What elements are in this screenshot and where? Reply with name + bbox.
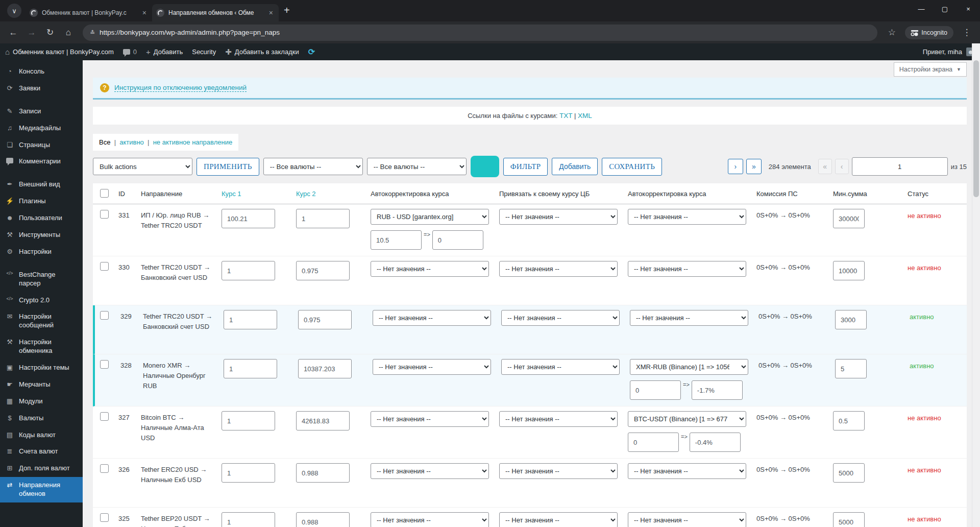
sidebar-item-settings[interactable]: ⚙ Настройки <box>0 244 83 260</box>
cb-rate-select[interactable]: -- Нет значения -- <box>499 463 618 479</box>
min-sum-input[interactable] <box>835 359 867 378</box>
adminbar-greeting[interactable]: Привет, miha <box>923 48 962 56</box>
autocorrect-from-input[interactable] <box>371 230 422 250</box>
sidebar-item-posts[interactable]: ✎ Записи <box>0 103 83 120</box>
rate1-input[interactable] <box>222 512 275 527</box>
new-tab-button[interactable]: + <box>284 5 290 16</box>
select-all-checkbox[interactable] <box>100 189 109 198</box>
page-scrollbar[interactable] <box>972 43 980 527</box>
adminbar-site-link[interactable]: ⌂ Обменник валют | BonkyPay.com <box>5 47 114 56</box>
rate2-input[interactable] <box>296 512 350 527</box>
autocorrect-2-select[interactable]: -- Нет значения -- <box>628 512 746 527</box>
col-rate1[interactable]: Курс 1 <box>222 190 296 198</box>
rate1-input[interactable] <box>222 261 275 280</box>
reload-icon[interactable]: ↻ <box>42 25 58 41</box>
col-rate2[interactable]: Курс 2 <box>296 190 371 198</box>
rate1-input[interactable] <box>222 411 275 430</box>
add-button[interactable]: Добавить <box>552 158 598 175</box>
last-page-button[interactable]: » <box>746 159 762 174</box>
sidebar-item-currency-codes[interactable]: ▤ Коды валют <box>0 427 83 444</box>
sidebar-item-appearance[interactable]: ✒ Внешний вид <box>0 176 83 193</box>
sidebar-item-crypto-20[interactable]: </> Crypto 2.0 <box>0 292 83 309</box>
autocorrect-2-select[interactable]: -- Нет значения -- <box>628 209 746 225</box>
adminbar-comments[interactable]: 0 <box>123 48 137 56</box>
adminbar-new-button[interactable]: + Добавить <box>146 47 183 56</box>
sidebar-item-currencies[interactable]: $ Валюты <box>0 410 83 427</box>
autocorrect-to-input[interactable] <box>432 230 483 250</box>
sidebar-item-modules[interactable]: ▦ Модули <box>0 393 83 410</box>
next-page-button[interactable]: › <box>728 159 743 174</box>
autocorrect-1-select[interactable]: -- Нет значения -- <box>373 359 491 375</box>
autocorrect-1-select[interactable]: -- Нет значения -- <box>371 512 489 527</box>
rate1-input[interactable] <box>222 463 275 483</box>
rate1-input[interactable] <box>224 359 277 378</box>
cb-rate-select[interactable]: -- Нет значения -- <box>499 261 618 277</box>
autocorrect-to-input[interactable] <box>692 380 743 400</box>
site-info-icon[interactable]: ≛ <box>90 29 94 36</box>
adminbar-security[interactable]: Security <box>192 48 216 56</box>
filter-all[interactable]: Все <box>99 138 110 146</box>
address-bar[interactable]: ≛ https://bonkypay.com/wp-admin/admin.ph… <box>83 25 877 41</box>
sidebar-item-exchange-directions[interactable]: ⇄ Направления обменов <box>0 477 83 502</box>
prev-page-button[interactable]: ‹ <box>835 159 849 174</box>
rate2-input[interactable] <box>296 463 350 483</box>
rate1-input[interactable] <box>224 310 277 329</box>
sidebar-item-users[interactable]: ☻ Пользователи <box>0 210 83 227</box>
rate2-input[interactable] <box>296 209 350 228</box>
forward-icon[interactable]: → <box>23 25 40 41</box>
autocorrect-1-select[interactable]: -- Нет значения -- <box>371 411 489 427</box>
search-field[interactable] <box>471 156 499 177</box>
rate2-input[interactable] <box>296 261 350 280</box>
sidebar-item-media[interactable]: ♫ Медиафайлы <box>0 120 83 137</box>
currency-filter-2-select[interactable]: -- Все валюты -- <box>367 158 467 175</box>
autocorrect-2-select[interactable]: -- Нет значения -- <box>628 463 746 479</box>
min-sum-input[interactable] <box>833 411 865 430</box>
bulk-actions-select[interactable]: Bulk actions <box>93 158 192 175</box>
tab-close-icon[interactable]: × <box>141 9 148 17</box>
min-sum-input[interactable] <box>833 261 865 280</box>
adminbar-add-bookmark[interactable]: ✚ Добавить в закладки <box>225 47 299 57</box>
sidebar-item-currency-accounts[interactable]: ≣ Счета валют <box>0 443 83 460</box>
autocorrect-from-input[interactable] <box>628 433 679 452</box>
min-sum-input[interactable] <box>833 209 865 228</box>
filter-button[interactable]: ФИЛЬТР <box>503 158 548 176</box>
cb-rate-select[interactable]: -- Нет значения -- <box>501 310 620 326</box>
autocorrect-from-input[interactable] <box>630 380 681 400</box>
row-checkbox[interactable] <box>100 464 109 473</box>
autocorrect-1-select[interactable]: -- Нет значения -- <box>373 310 491 326</box>
autocorrect-2-select[interactable]: XMR-RUB (Binance) [1 => 1056 <box>630 359 748 375</box>
sidebar-item-pages[interactable]: ❏ Страницы <box>0 137 83 154</box>
txt-file-link[interactable]: TXT <box>559 112 573 119</box>
currency-filter-1-select[interactable]: -- Все валюты -- <box>263 158 363 175</box>
home-icon[interactable]: ⌂ <box>60 25 77 41</box>
autocorrect-2-select[interactable]: BTC-USDT (Binance) [1 => 677 <box>628 411 746 427</box>
autocorrect-1-select[interactable]: -- Нет значения -- <box>371 261 489 277</box>
rate2-input[interactable] <box>296 411 350 430</box>
window-maximize-button[interactable]: ▢ <box>933 5 957 13</box>
sidebar-item-bestchange-parser[interactable]: </> BestChange парсер <box>0 267 83 292</box>
notice-link[interactable]: Инструкция по отключению уведомлений <box>114 84 247 92</box>
row-checkbox[interactable] <box>100 513 109 522</box>
sidebar-item-message-settings[interactable]: ✉ Настройки сообщений <box>0 308 83 334</box>
back-icon[interactable]: ← <box>5 25 21 41</box>
scrollbar-thumb[interactable] <box>973 60 979 197</box>
rate1-input[interactable] <box>222 209 275 228</box>
first-page-button[interactable]: « <box>818 159 832 174</box>
window-minimize-button[interactable]: — <box>910 5 933 13</box>
rate2-input[interactable] <box>298 310 352 329</box>
autocorrect-2-select[interactable]: -- Нет значения -- <box>630 310 748 326</box>
autocorrect-1-select[interactable]: -- Нет значения -- <box>371 463 489 479</box>
sidebar-item-requests[interactable]: ⟳ Заявки <box>0 80 83 97</box>
tab-close-icon[interactable]: × <box>267 9 275 17</box>
bookmark-star-icon[interactable]: ☆ <box>884 25 900 41</box>
tab-search-button[interactable]: ∨ <box>7 4 21 18</box>
row-checkbox[interactable] <box>100 262 109 271</box>
row-checkbox[interactable] <box>100 311 109 320</box>
min-sum-input[interactable] <box>833 463 865 483</box>
row-checkbox[interactable] <box>100 360 109 369</box>
xml-file-link[interactable]: XML <box>578 112 592 119</box>
browser-tab-1[interactable]: Обменник валют | BonkyPay.c × <box>26 4 152 21</box>
current-page-input[interactable] <box>852 157 948 176</box>
sidebar-item-console[interactable]: ◔ Консоль <box>0 63 83 80</box>
save-button[interactable]: СОХРАНИТЬ <box>602 158 662 176</box>
